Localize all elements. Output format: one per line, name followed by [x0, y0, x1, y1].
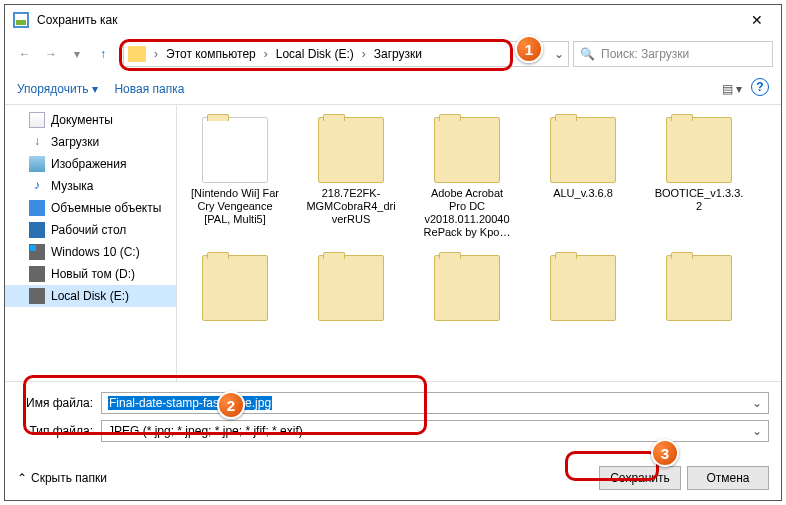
- sidebar-label: Изображения: [51, 157, 126, 171]
- sidebar-item[interactable]: Windows 10 (C:): [5, 241, 176, 263]
- sidebar-label: Рабочий стол: [51, 223, 126, 237]
- file-name: [Nintendo Wii] Far Cry Vengeance [PAL, M…: [189, 187, 281, 226]
- sidebar-label: Объемные объекты: [51, 201, 161, 215]
- file-item[interactable]: ALU_v.3.6.8: [537, 117, 629, 239]
- new-folder-button[interactable]: Новая папка: [114, 82, 184, 96]
- folder-icon: [128, 46, 146, 62]
- hide-folders-button[interactable]: ⌃ Скрыть папки: [17, 471, 107, 485]
- address-row: ← → ▾ ↑ › Этот компьютер › Local Disk (E…: [5, 35, 781, 73]
- organize-button[interactable]: Упорядочить ▾: [17, 82, 98, 96]
- folder-icon: [318, 255, 384, 321]
- folder-icon: [318, 117, 384, 183]
- sidebar-item[interactable]: Загрузки: [5, 131, 176, 153]
- save-button[interactable]: Сохранить: [599, 466, 681, 490]
- folder-icon: [550, 117, 616, 183]
- folder-icon: [202, 117, 268, 183]
- chevron-right-icon[interactable]: ›: [262, 47, 270, 61]
- sidebar-item[interactable]: Новый том (D:): [5, 263, 176, 285]
- file-name: ALU_v.3.6.8: [537, 187, 629, 200]
- folder-icon: [550, 255, 616, 321]
- file-item[interactable]: [537, 255, 629, 325]
- help-button[interactable]: ?: [751, 78, 769, 96]
- search-placeholder: Поиск: Загрузки: [601, 47, 689, 61]
- file-name: Adobe Acrobat Pro DC v2018.011.20040 ReP…: [421, 187, 513, 239]
- breadcrumb-expand[interactable]: ⌄: [554, 47, 564, 61]
- sidebar-icon: [29, 178, 45, 194]
- file-item[interactable]: BOOTICE_v1.3.3.2: [653, 117, 745, 239]
- sidebar-label: Документы: [51, 113, 113, 127]
- sidebar-icon: [29, 222, 45, 238]
- sidebar-label: Музыка: [51, 179, 93, 193]
- nav-up-button[interactable]: ↑: [91, 42, 115, 66]
- search-input[interactable]: 🔍 Поиск: Загрузки: [573, 41, 773, 67]
- chevron-right-icon[interactable]: ›: [360, 47, 368, 61]
- file-item[interactable]: 218.7E2FK-MGMCobraR4_driverRUS: [305, 117, 397, 239]
- folder-icon: [434, 255, 500, 321]
- sidebar-label: Local Disk (E:): [51, 289, 129, 303]
- sidebar-label: Загрузки: [51, 135, 99, 149]
- titlebar: Сохранить как ✕: [5, 5, 781, 35]
- folder-icon: [434, 117, 500, 183]
- file-item[interactable]: [421, 255, 513, 325]
- sidebar-item[interactable]: Документы: [5, 109, 176, 131]
- chevron-right-icon[interactable]: ›: [152, 47, 160, 61]
- folder-icon: [202, 255, 268, 321]
- sidebar-icon: [29, 156, 45, 172]
- breadcrumb-folder[interactable]: Загрузки: [370, 45, 426, 63]
- file-item[interactable]: [189, 255, 281, 325]
- sidebar-item[interactable]: Рабочий стол: [5, 219, 176, 241]
- file-item[interactable]: [305, 255, 397, 325]
- svg-rect-2: [16, 20, 26, 25]
- chevron-down-icon: ▾: [92, 82, 98, 96]
- filename-input[interactable]: Final-date-stamp-faststone.jpg ⌄: [101, 392, 769, 414]
- nav-forward-button[interactable]: →: [39, 42, 63, 66]
- file-item[interactable]: [Nintendo Wii] Far Cry Vengeance [PAL, M…: [189, 117, 281, 239]
- sidebar-item[interactable]: Local Disk (E:): [5, 285, 176, 307]
- sidebar-label: Windows 10 (C:): [51, 245, 140, 259]
- filetype-select[interactable]: JPEG (*.jpg; *.jpeg; *.jpe; *.jfif; *.ex…: [101, 420, 769, 442]
- view-options-button[interactable]: ▤ ▾: [721, 78, 743, 100]
- sidebar-icon: [29, 266, 45, 282]
- filetype-label: Тип файла:: [17, 424, 101, 438]
- filename-panel: Имя файла: Final-date-stamp-faststone.jp…: [5, 382, 781, 456]
- save-as-dialog: Сохранить как ✕ ← → ▾ ↑ › Этот компьютер…: [4, 4, 782, 501]
- breadcrumb[interactable]: › Этот компьютер › Local Disk (E:) › Заг…: [123, 41, 569, 67]
- toolbar: Упорядочить ▾ Новая папка ▤ ▾ ?: [5, 73, 781, 105]
- file-grid: [Nintendo Wii] Far Cry Vengeance [PAL, M…: [177, 105, 781, 381]
- footer: ⌃ Скрыть папки Сохранить Отмена: [5, 456, 781, 500]
- folder-icon: [666, 117, 732, 183]
- sidebar-item[interactable]: Музыка: [5, 175, 176, 197]
- breadcrumb-drive[interactable]: Local Disk (E:): [272, 45, 358, 63]
- sidebar-icon: [29, 112, 45, 128]
- search-icon: 🔍: [580, 47, 595, 61]
- close-button[interactable]: ✕: [741, 12, 773, 28]
- chevron-up-icon: ⌃: [17, 471, 27, 485]
- nav-back-button[interactable]: ←: [13, 42, 37, 66]
- nav-recent-button[interactable]: ▾: [65, 42, 89, 66]
- folder-icon: [666, 255, 732, 321]
- sidebar-icon: [29, 244, 45, 260]
- filename-label: Имя файла:: [17, 396, 101, 410]
- cancel-button[interactable]: Отмена: [687, 466, 769, 490]
- sidebar-item[interactable]: Объемные объекты: [5, 197, 176, 219]
- sidebar-icon: [29, 200, 45, 216]
- chevron-down-icon[interactable]: ⌄: [752, 424, 762, 438]
- breadcrumb-root[interactable]: Этот компьютер: [162, 45, 260, 63]
- file-name: BOOTICE_v1.3.3.2: [653, 187, 745, 213]
- sidebar-item[interactable]: Изображения: [5, 153, 176, 175]
- file-item[interactable]: [653, 255, 745, 325]
- sidebar-icon: [29, 134, 45, 150]
- sidebar: ДокументыЗагрузкиИзображенияМузыкаОбъемн…: [5, 105, 177, 381]
- file-item[interactable]: Adobe Acrobat Pro DC v2018.011.20040 ReP…: [421, 117, 513, 239]
- file-name: 218.7E2FK-MGMCobraR4_driverRUS: [305, 187, 397, 226]
- app-icon: [13, 12, 29, 28]
- sidebar-icon: [29, 288, 45, 304]
- window-title: Сохранить как: [37, 13, 741, 27]
- sidebar-label: Новый том (D:): [51, 267, 135, 281]
- chevron-down-icon[interactable]: ⌄: [752, 396, 762, 410]
